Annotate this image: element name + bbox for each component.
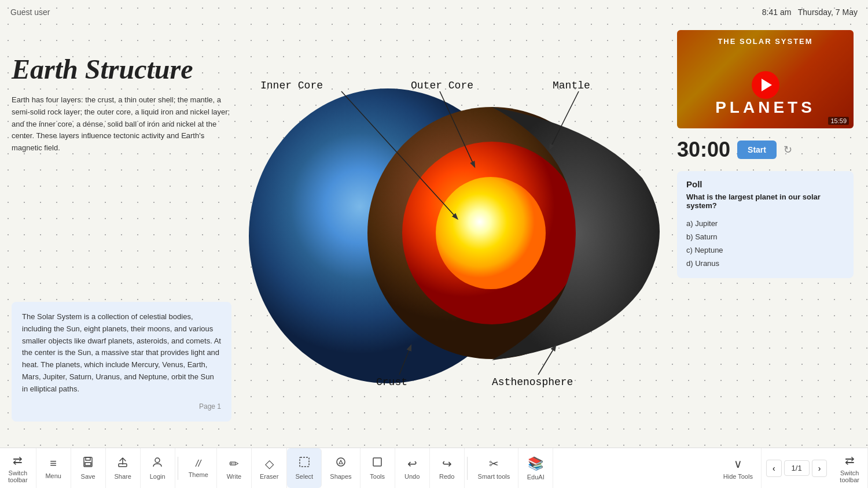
svg-text:Outer Core: Outer Core xyxy=(411,80,473,91)
poll-title: Poll xyxy=(686,179,844,189)
poll-option-d[interactable]: d) Uranus xyxy=(686,257,844,270)
video-thumbnail[interactable]: THE SOLAR SYSTEM PLANETS 15:59 xyxy=(677,30,854,128)
hide-tools-icon: ∨ xyxy=(734,457,742,471)
save-icon xyxy=(82,456,94,471)
login-icon xyxy=(152,456,163,471)
redo-label: Redo xyxy=(439,473,454,480)
eduai-button[interactable]: 📚 EduAI xyxy=(518,448,553,488)
theme-label: Theme xyxy=(189,471,208,478)
save-button[interactable]: Save xyxy=(71,448,106,488)
undo-button[interactable]: ↩ Undo xyxy=(395,448,430,488)
redo-icon: ↪ xyxy=(442,457,452,471)
svg-text:Inner Core: Inner Core xyxy=(260,80,323,91)
poll-option-c[interactable]: c) Neptune xyxy=(686,243,844,257)
tools-icon xyxy=(372,456,383,471)
menu-button[interactable]: ≡ Menu xyxy=(36,448,71,488)
switch-toolbar-right-label: Switchtoolbar xyxy=(840,469,859,483)
smart-tools-label: Smart tools xyxy=(478,473,510,480)
diagram-area: Inner Core Outer Core Mantle Crust Asthe… xyxy=(220,24,671,448)
shapes-label: Shapes xyxy=(330,473,351,480)
next-button[interactable]: › xyxy=(812,460,827,477)
video-subtitle: PLANETS xyxy=(677,98,854,117)
start-button[interactable]: Start xyxy=(737,141,777,159)
undo-label: Undo xyxy=(404,473,420,480)
hide-tools-label: Hide Tools xyxy=(723,473,753,480)
write-button[interactable]: ✏ Write xyxy=(217,448,252,488)
switch-toolbar-right-icon: ⇄ xyxy=(845,453,855,467)
svg-point-0 xyxy=(249,88,527,383)
share-icon xyxy=(117,456,128,471)
undo-icon: ↩ xyxy=(407,457,417,471)
svg-rect-19 xyxy=(300,457,309,467)
poll-question: What is the largest planet in our solar … xyxy=(686,193,844,210)
svg-text:Asthenosphere: Asthenosphere xyxy=(492,376,573,388)
hide-tools-button[interactable]: ∨ Hide Tools xyxy=(715,448,762,488)
page-number: Page 1 xyxy=(22,401,221,412)
switch-toolbar-label: Switchtoolbar xyxy=(8,469,28,483)
login-label: Login xyxy=(150,473,165,480)
shapes-icon xyxy=(335,456,347,471)
svg-line-10 xyxy=(399,346,411,375)
time-display: 8:41 am Thursday, 7 May xyxy=(762,8,858,17)
switch-toolbar-icon: ⇄ xyxy=(13,453,23,467)
header: Guest user 8:41 am Thursday, 7 May xyxy=(0,0,868,24)
switch-toolbar-left[interactable]: ⇄ Switchtoolbar xyxy=(0,448,36,488)
write-icon: ✏ xyxy=(229,457,239,471)
menu-icon: ≡ xyxy=(50,457,57,470)
video-duration: 15:59 xyxy=(828,117,849,125)
timer-display: 30:00 xyxy=(677,138,730,162)
refresh-icon[interactable]: ↻ xyxy=(784,143,792,156)
play-button[interactable] xyxy=(752,71,779,99)
theme-icon: // xyxy=(196,459,201,469)
page-indicator: 1/1 xyxy=(784,460,810,476)
redo-button[interactable]: ↪ Redo xyxy=(430,448,465,488)
svg-point-2 xyxy=(402,142,582,324)
svg-point-3 xyxy=(436,177,546,289)
eraser-label: Eraser xyxy=(260,473,278,480)
left-panel: Earth Structure Earth has four layers: t… xyxy=(12,53,231,168)
timer-section: 30:00 Start ↻ xyxy=(677,138,862,162)
svg-rect-15 xyxy=(86,457,90,460)
svg-point-20 xyxy=(337,458,345,466)
select-button[interactable]: Select xyxy=(287,448,322,488)
earth-diagram: Inner Core Outer Core Mantle Crust Asthe… xyxy=(226,62,665,409)
smart-tools-icon: ✂ xyxy=(489,457,499,471)
theme-button[interactable]: // Theme xyxy=(181,448,217,488)
note-box: The Solar System is a collection of cele… xyxy=(12,302,231,422)
eduai-label: EduAI xyxy=(527,474,545,480)
menu-label: Menu xyxy=(45,472,61,479)
bottom-toolbar: ⇄ Switchtoolbar ≡ Menu Save Share Login … xyxy=(0,448,868,488)
main-area: Earth Structure Earth has four layers: t… xyxy=(0,24,868,448)
right-panel: THE SOLAR SYSTEM PLANETS 15:59 30:00 Sta… xyxy=(677,30,862,278)
note-text: The Solar System is a collection of cele… xyxy=(22,312,221,393)
poll-option-a[interactable]: a) Jupiter xyxy=(686,217,844,230)
poll-option-b[interactable]: b) Saturn xyxy=(686,230,844,243)
svg-rect-17 xyxy=(119,464,127,467)
save-label: Save xyxy=(81,473,95,480)
nav-section: ‹ 1/1 › xyxy=(762,460,832,477)
shapes-button[interactable]: Shapes xyxy=(322,448,360,488)
svg-text:Crust: Crust xyxy=(376,376,407,388)
video-title: THE SOLAR SYSTEM xyxy=(677,37,854,46)
eduai-icon: 📚 xyxy=(528,456,543,471)
svg-line-4 xyxy=(341,91,457,219)
share-button[interactable]: Share xyxy=(106,448,141,488)
svg-rect-16 xyxy=(85,463,91,465)
select-label: Select xyxy=(296,473,314,480)
previous-button[interactable]: ‹ xyxy=(766,460,782,477)
share-label: Share xyxy=(114,473,131,480)
switch-toolbar-right[interactable]: ⇄ Switchtoolbar xyxy=(832,448,868,488)
eraser-icon: ◇ xyxy=(265,457,274,471)
write-label: Write xyxy=(227,473,241,480)
svg-point-18 xyxy=(155,458,160,463)
smart-tools-button[interactable]: ✂ Smart tools xyxy=(470,448,519,488)
login-button[interactable]: Login xyxy=(141,448,175,488)
user-label: Guest user xyxy=(10,8,50,17)
tools-button[interactable]: Tools xyxy=(361,448,395,488)
svg-rect-21 xyxy=(373,458,381,466)
eraser-button[interactable]: ◇ Eraser xyxy=(252,448,287,488)
poll-box: Poll What is the largest planet in our s… xyxy=(677,171,854,278)
svg-line-6 xyxy=(440,91,475,167)
svg-text:Mantle: Mantle xyxy=(553,80,590,91)
tools-label: Tools xyxy=(370,473,385,480)
